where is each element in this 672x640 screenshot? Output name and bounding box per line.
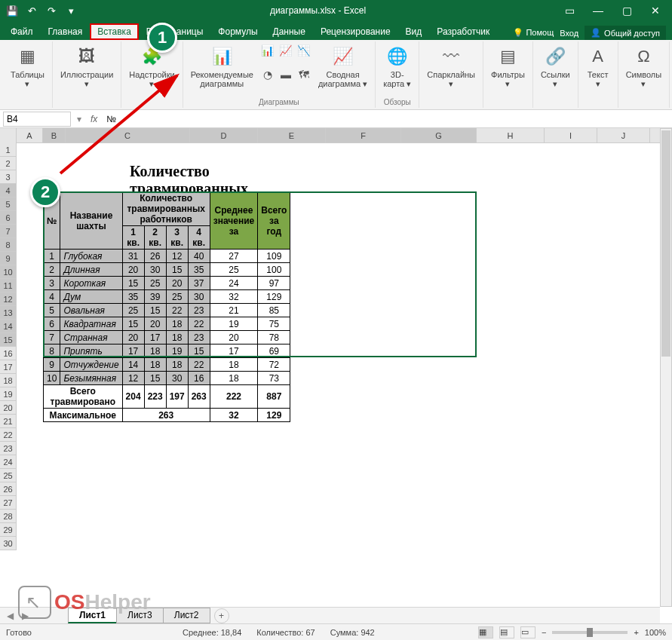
save-icon[interactable]: 💾 <box>3 2 21 19</box>
view-pagelayout-icon[interactable]: ▤ <box>499 626 514 638</box>
watermark-icon <box>18 586 51 619</box>
row-header-2[interactable]: 2 <box>0 157 17 170</box>
row-header-19[interactable]: 19 <box>0 387 17 401</box>
namebox-dropdown-icon[interactable]: ▾ <box>74 114 84 124</box>
formula-input[interactable]: № <box>103 114 672 124</box>
tell-me[interactable]: 💡 Помощ <box>513 28 554 38</box>
name-box[interactable] <box>3 112 71 127</box>
row-header-13[interactable]: 13 <box>0 306 17 320</box>
select-all-corner[interactable] <box>0 128 17 143</box>
row-header-27[interactable]: 27 <box>0 496 17 510</box>
col-header-C[interactable]: C <box>66 128 190 142</box>
pivot-chart-button[interactable]: 📈Сводная диаграмма ▾ <box>315 43 370 90</box>
row-header-9[interactable]: 9 <box>0 252 17 265</box>
ribbon-btn-Текст[interactable]: AТекст ▾ <box>583 43 613 90</box>
row-header-30[interactable]: 30 <box>0 537 17 550</box>
row-header-21[interactable]: 21 <box>0 415 17 428</box>
ribbon-btn-Иллюстрации[interactable]: 🖼Иллюстрации ▾ <box>57 43 116 90</box>
row-header-26[interactable]: 26 <box>0 482 17 496</box>
tab-formulas[interactable]: Формулы <box>210 23 265 40</box>
share-button[interactable]: 👤 Общий доступ <box>585 26 666 40</box>
row-header-15[interactable]: 15 <box>0 333 17 347</box>
chart-type-icon[interactable]: 📉 <box>296 43 312 58</box>
ribbon-panel: ▦Таблицы ▾🖼Иллюстрации ▾🧩Надстройки ▾📊Ре… <box>0 40 672 110</box>
col-header-I[interactable]: I <box>545 128 597 142</box>
col-header-H[interactable]: H <box>477 128 545 142</box>
minimize-icon[interactable]: — <box>585 2 612 19</box>
watermark: OSHelper <box>18 586 151 619</box>
qat-dropdown-icon[interactable]: ▾ <box>62 2 80 19</box>
table-row: 8Припять171819151769 <box>44 344 290 358</box>
chart-type-icons[interactable]: 📊📈📉◔▬🗺 <box>259 43 312 90</box>
col-header-J[interactable]: J <box>597 128 650 142</box>
row-header-20[interactable]: 20 <box>0 401 17 415</box>
zoom-out-icon[interactable]: − <box>542 628 546 637</box>
add-sheet-button[interactable]: + <box>214 608 229 623</box>
chart-type-icon[interactable]: 🗺 <box>296 67 312 82</box>
redo-icon[interactable]: ↷ <box>42 2 60 19</box>
ribbon-btn-Рекомендуемые[interactable]: 📊Рекомендуемые диаграммы <box>188 43 256 90</box>
tab-home[interactable]: Главная <box>41 23 91 40</box>
view-pagebreak-icon[interactable]: ▭ <box>520 626 535 638</box>
row-header-25[interactable]: 25 <box>0 469 17 482</box>
tab-file[interactable]: Файл <box>3 23 41 40</box>
zoom-in-icon[interactable]: + <box>634 628 638 637</box>
row-header-1[interactable]: 1 <box>0 143 17 157</box>
tab-review[interactable]: Рецензирование <box>313 23 398 40</box>
row-header-29[interactable]: 29 <box>0 523 17 537</box>
fx-icon[interactable]: fx <box>84 114 103 124</box>
maximize-icon[interactable]: ▢ <box>613 2 640 19</box>
ribbon-btn-Символы[interactable]: ΩСимволы ▾ <box>623 43 665 90</box>
row-header-8[interactable]: 8 <box>0 238 17 252</box>
row-header-14[interactable]: 14 <box>0 320 17 333</box>
tab-developer[interactable]: Разработчик <box>429 23 497 40</box>
vertical-scrollbar[interactable] <box>660 128 672 607</box>
window-title: диаграммы.xlsx - Excel <box>80 5 556 16</box>
spreadsheet-grid[interactable]: ABCDEFGHIJ 12345678910111213141516171819… <box>0 128 672 596</box>
login-link[interactable]: Вход <box>560 29 578 38</box>
row-header-6[interactable]: 6 <box>0 211 17 225</box>
ribbon-btn-3D-[interactable]: 🌐3D- карта ▾ <box>380 43 414 90</box>
col-header-B[interactable]: B <box>43 128 66 142</box>
row-header-7[interactable]: 7 <box>0 225 17 238</box>
row-header-22[interactable]: 22 <box>0 428 17 442</box>
row-header-11[interactable]: 11 <box>0 279 17 292</box>
row-header-24[interactable]: 24 <box>0 455 17 469</box>
chart-type-icon[interactable]: 📊 <box>259 43 276 58</box>
row-header-3[interactable]: 3 <box>0 170 17 184</box>
col-header-E[interactable]: E <box>258 128 326 142</box>
close-icon[interactable]: ✕ <box>642 2 669 19</box>
row-header-5[interactable]: 5 <box>0 198 17 211</box>
ribbon-btn-Спарклайны[interactable]: 〰Спарклайны ▾ <box>424 43 478 90</box>
chart-type-icon[interactable]: ◔ <box>259 67 276 82</box>
col-header-A[interactable]: A <box>17 128 43 142</box>
ribbon-btn-Ссылки[interactable]: 🔗Ссылки ▾ <box>538 43 573 90</box>
row-header-28[interactable]: 28 <box>0 510 17 523</box>
zoom-level[interactable]: 100% <box>645 628 666 637</box>
row-header-10[interactable]: 10 <box>0 265 17 279</box>
view-normal-icon[interactable]: ▦ <box>478 626 493 638</box>
zoom-slider[interactable] <box>552 631 628 634</box>
row-header-18[interactable]: 18 <box>0 374 17 387</box>
undo-icon[interactable]: ↶ <box>23 2 41 19</box>
col-header-G[interactable]: G <box>401 128 477 142</box>
tab-view[interactable]: Вид <box>398 23 430 40</box>
ribbon-icon: 〰 <box>439 44 463 69</box>
chart-type-icon[interactable]: ▬ <box>278 67 294 82</box>
col-header-D[interactable]: D <box>190 128 258 142</box>
sheet-tab-Лист2[interactable]: Лист2 <box>163 608 210 623</box>
row-header-23[interactable]: 23 <box>0 442 17 455</box>
ribbon-options-icon[interactable]: ▭ <box>556 2 583 19</box>
ribbon-btn-Таблицы[interactable]: ▦Таблицы ▾ <box>8 43 48 90</box>
row-header-16[interactable]: 16 <box>0 347 17 360</box>
row-header-4[interactable]: 4 <box>0 184 17 198</box>
col-header-F[interactable]: F <box>326 128 401 142</box>
chart-type-icon[interactable]: 📈 <box>278 43 294 58</box>
tab-insert[interactable]: Вставка <box>90 23 139 40</box>
ribbon-icon: 🌐 <box>385 44 410 69</box>
tab-data[interactable]: Данные <box>265 23 313 40</box>
callout-1: 1 <box>147 23 177 53</box>
row-header-17[interactable]: 17 <box>0 360 17 374</box>
ribbon-btn-Фильтры[interactable]: ▤Фильтры ▾ <box>488 43 528 90</box>
row-header-12[interactable]: 12 <box>0 292 17 306</box>
